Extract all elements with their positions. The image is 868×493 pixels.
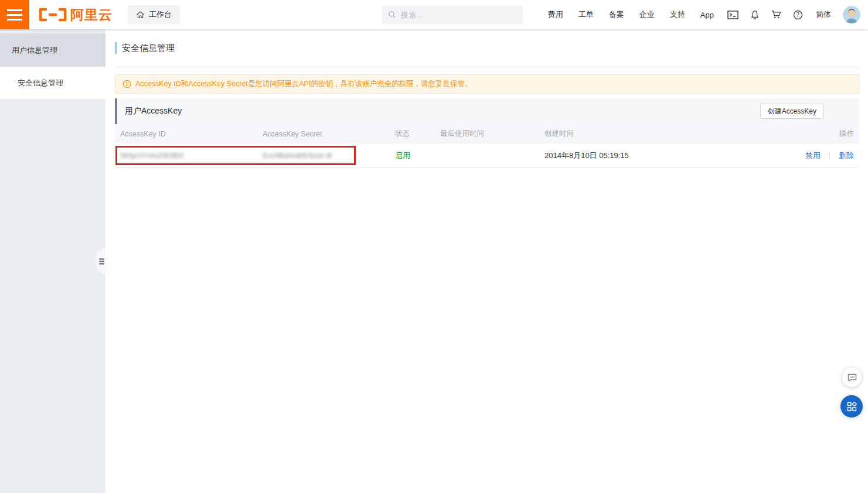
column-header-accesskey-secret: AccessKey Secret bbox=[263, 130, 395, 138]
sidebar-item-security-info-management[interactable]: 安全信息管理 bbox=[0, 67, 105, 99]
page-title: 安全信息管理 bbox=[115, 42, 859, 54]
column-header-status: 状态 bbox=[395, 129, 440, 139]
created-time-cell: 2014年8月10日 05:19:15 bbox=[544, 150, 777, 161]
create-accesskey-button[interactable]: 创建AccessKey bbox=[760, 104, 824, 119]
search-input[interactable] bbox=[401, 11, 517, 19]
sidebar-item-user-info-management[interactable]: 用户信息管理 bbox=[0, 33, 105, 67]
notice-text: AccessKey ID和AccessKey Secret是您访问阿里云API的… bbox=[135, 79, 472, 89]
nav-item-tickets[interactable]: 工单 bbox=[571, 9, 601, 20]
aliyun-logo-icon bbox=[38, 8, 68, 22]
column-header-last-used: 最后使用时间 bbox=[440, 129, 544, 139]
status-cell: 启用 bbox=[395, 150, 440, 161]
status-enabled-badge: 启用 bbox=[395, 151, 410, 160]
feedback-chat-button[interactable] bbox=[842, 368, 862, 387]
nav-item-app[interactable]: App bbox=[693, 11, 721, 19]
svg-text:?: ? bbox=[796, 12, 799, 18]
aliyun-logo[interactable]: 阿里云 bbox=[38, 6, 113, 24]
help-icon[interactable]: ? bbox=[787, 10, 809, 20]
accesskey-security-notice: AccessKey ID和AccessKey Secret是您访问阿里云API的… bbox=[115, 74, 859, 94]
language-switch[interactable]: 简体 bbox=[809, 9, 838, 20]
section-title: 用户AccessKey bbox=[115, 106, 182, 117]
sidebar-collapse-handle[interactable] bbox=[97, 247, 105, 275]
action-divider bbox=[829, 152, 830, 159]
column-header-actions: 操作 bbox=[777, 129, 859, 139]
hamburger-menu-button[interactable] bbox=[0, 0, 29, 29]
actions-cell: 禁用 删除 bbox=[777, 150, 859, 161]
nav-item-billing[interactable]: 费用 bbox=[540, 9, 571, 20]
workbench-button[interactable]: 工作台 bbox=[128, 5, 180, 24]
accesskey-secret-cell: Eor4BdAob5rSoxt dl bbox=[263, 151, 395, 160]
quick-apps-button[interactable] bbox=[840, 395, 863, 417]
accesskey-id-cell: 5KfynYnVu2W3BX bbox=[115, 151, 263, 160]
delete-accesskey-link[interactable]: 删除 bbox=[839, 150, 854, 161]
home-icon bbox=[136, 11, 145, 19]
top-header: 阿里云 工作台 费用 工单 备案 企业 支持 App ? 简 bbox=[0, 0, 868, 29]
nav-item-enterprise[interactable]: 企业 bbox=[632, 9, 662, 20]
user-avatar[interactable] bbox=[843, 6, 860, 23]
accesskey-id-value-redacted: 5KfynYnVu2W3BX bbox=[120, 151, 184, 160]
user-accesskey-section-header: 用户AccessKey 创建AccessKey bbox=[115, 98, 859, 124]
sidebar-item-label: 用户信息管理 bbox=[12, 46, 57, 54]
global-search bbox=[382, 6, 523, 24]
accesskey-table-row: 5KfynYnVu2W3BX Eor4BdAob5rSoxt dl 启用 201… bbox=[115, 143, 859, 168]
shopping-cart-icon[interactable] bbox=[765, 10, 787, 19]
main-content: 安全信息管理 AccessKey ID和AccessKey Secret是您访问… bbox=[105, 29, 868, 493]
info-icon bbox=[122, 80, 131, 88]
console-terminal-icon[interactable] bbox=[721, 11, 744, 19]
sidebar-item-label: 安全信息管理 bbox=[18, 78, 63, 87]
nav-item-support[interactable]: 支持 bbox=[662, 9, 693, 20]
sidebar: 用户信息管理 安全信息管理 bbox=[0, 29, 105, 493]
accesskey-table-header: AccessKey ID AccessKey Secret 状态 最后使用时间 … bbox=[115, 124, 859, 143]
disable-accesskey-link[interactable]: 禁用 bbox=[805, 150, 821, 161]
workbench-label: 工作台 bbox=[149, 9, 172, 20]
column-header-accesskey-id: AccessKey ID bbox=[115, 130, 263, 138]
aliyun-logo-text: 阿里云 bbox=[70, 6, 113, 24]
nav-item-icp[interactable]: 备案 bbox=[601, 9, 632, 20]
accesskey-secret-value-redacted: Eor4BdAob5rSoxt dl bbox=[263, 151, 332, 160]
chat-bubble-icon bbox=[847, 372, 857, 383]
collapse-sidebar-icon bbox=[98, 258, 104, 265]
column-header-created: 创建时间 bbox=[544, 129, 777, 139]
apps-grid-icon bbox=[846, 401, 857, 412]
notifications-bell-icon[interactable] bbox=[744, 10, 765, 20]
search-icon bbox=[388, 11, 396, 19]
title-divider bbox=[115, 67, 859, 67]
